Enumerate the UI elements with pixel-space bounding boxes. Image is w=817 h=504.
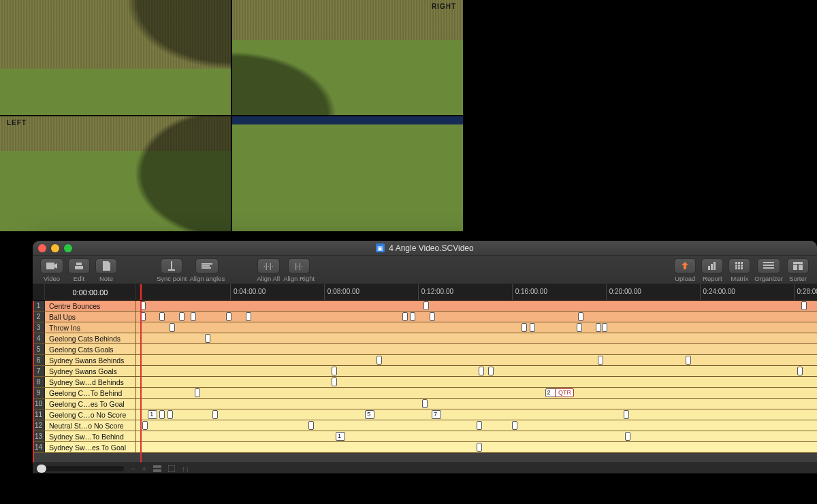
timeline-clip[interactable] bbox=[167, 410, 173, 419]
timeline-clip[interactable] bbox=[422, 399, 428, 408]
timeline-clip[interactable] bbox=[430, 312, 435, 321]
timeline-clip[interactable] bbox=[423, 301, 429, 310]
timeline-clip[interactable] bbox=[522, 323, 527, 332]
timeline-clip[interactable] bbox=[246, 312, 251, 321]
timeline-clip[interactable] bbox=[212, 410, 218, 419]
row-lane[interactable] bbox=[136, 344, 817, 354]
timeline-row[interactable]: 7Sydney Swans Goals bbox=[33, 366, 817, 377]
align-right-button[interactable]: |·|· Align Right bbox=[283, 258, 315, 282]
timeline-clip[interactable] bbox=[377, 356, 382, 365]
row-lane[interactable]: 157 bbox=[136, 409, 817, 420]
row-lane[interactable] bbox=[136, 301, 817, 311]
timeline-clip[interactable] bbox=[191, 312, 196, 321]
align-all-button[interactable]: ·|·|· Align All bbox=[256, 258, 281, 282]
playhead[interactable] bbox=[140, 284, 142, 300]
row-lane[interactable] bbox=[136, 366, 817, 376]
timeline-clip[interactable]: 1 bbox=[148, 410, 157, 419]
timeline-clip[interactable] bbox=[477, 443, 482, 452]
timeline-clip[interactable] bbox=[195, 388, 200, 397]
add-row-icon[interactable] bbox=[153, 465, 161, 472]
timeline-clip[interactable] bbox=[624, 410, 629, 419]
matrix-button[interactable]: Matrix bbox=[727, 258, 752, 282]
timeline-clip[interactable] bbox=[308, 421, 314, 430]
report-button[interactable]: Report bbox=[700, 258, 724, 282]
timeline-clip[interactable] bbox=[797, 367, 803, 375]
timeline-clip[interactable]: 1 bbox=[336, 432, 345, 441]
minimize-window-button[interactable] bbox=[51, 244, 59, 252]
timeline-clip[interactable] bbox=[142, 421, 148, 430]
row-name[interactable]: Geelong C…es To Goal bbox=[45, 399, 136, 409]
timeline-ruler[interactable]: 0:00:00.00 0:04:00.000:08:00.000:12:00.0… bbox=[33, 284, 817, 301]
zoom-slider[interactable] bbox=[37, 466, 124, 471]
timeline-row[interactable]: 2Ball Ups bbox=[33, 312, 817, 322]
row-name[interactable]: Sydney Sw…es To Goal bbox=[45, 442, 136, 452]
video-angle-top-right[interactable]: RIGHT bbox=[232, 0, 463, 115]
timeline-clip[interactable] bbox=[159, 410, 165, 419]
timeline-clip[interactable] bbox=[598, 356, 603, 365]
timeline-row[interactable]: 3Throw Ins bbox=[33, 322, 817, 333]
timeline-clip[interactable] bbox=[179, 312, 185, 321]
row-name[interactable]: Geelong Cats Goals bbox=[45, 344, 136, 354]
row-lane[interactable] bbox=[136, 377, 817, 387]
timeline-clip[interactable] bbox=[170, 323, 175, 332]
timeline-clip[interactable] bbox=[140, 301, 146, 310]
row-name[interactable]: Sydney Sw…d Behinds bbox=[45, 377, 136, 387]
row-lane[interactable] bbox=[136, 420, 817, 431]
timeline-clip[interactable] bbox=[578, 312, 583, 321]
timeline-clip[interactable] bbox=[530, 323, 535, 332]
upload-button[interactable]: Upload bbox=[673, 258, 697, 282]
timeline-row[interactable]: 4Geelong Cats Behinds bbox=[33, 333, 817, 344]
timeline-clip[interactable] bbox=[332, 377, 337, 386]
timeline-clip[interactable] bbox=[205, 334, 210, 343]
timeline-row[interactable]: 5Geelong Cats Goals bbox=[33, 344, 817, 355]
timeline-clip[interactable] bbox=[332, 367, 337, 375]
edit-button[interactable]: Edit bbox=[67, 258, 91, 282]
timeline-clip[interactable] bbox=[402, 312, 408, 321]
timeline-clip[interactable] bbox=[625, 432, 630, 441]
row-name[interactable]: Sydney Sw…To Behind bbox=[45, 431, 136, 441]
timeline-clip[interactable]: 5 bbox=[365, 410, 374, 419]
align-angles-button[interactable]: Align angles bbox=[189, 258, 225, 282]
row-name[interactable]: Geelong C…o No Score bbox=[45, 409, 136, 420]
timeline-row[interactable]: 13Sydney Sw…To Behind1 bbox=[33, 431, 817, 442]
timeline-row[interactable]: 6Sydney Swans Behinds bbox=[33, 355, 817, 366]
video-angle-top-left[interactable] bbox=[0, 0, 231, 115]
timeline-clip[interactable] bbox=[226, 312, 231, 321]
row-name[interactable]: Sydney Swans Behinds bbox=[45, 355, 136, 365]
row-lane[interactable] bbox=[136, 399, 817, 409]
timeline-row[interactable]: 8Sydney Sw…d Behinds bbox=[33, 377, 817, 388]
plus-icon[interactable]: + bbox=[142, 465, 146, 473]
close-window-button[interactable] bbox=[38, 244, 46, 252]
row-name[interactable]: Ball Ups bbox=[45, 312, 136, 322]
timeline-clip[interactable] bbox=[488, 367, 494, 375]
row-lane[interactable] bbox=[136, 333, 817, 343]
timeline-row[interactable]: 14Sydney Sw…es To Goal bbox=[33, 442, 817, 453]
timeline-clip[interactable] bbox=[410, 312, 415, 321]
timeline-row[interactable]: 10Geelong C…es To Goal bbox=[33, 399, 817, 409]
tag-icon[interactable] bbox=[168, 465, 175, 472]
organizer-button[interactable]: Organizer bbox=[754, 258, 783, 282]
note-button[interactable]: Note bbox=[94, 258, 118, 282]
timeline-row[interactable]: 11Geelong C…o No Score157 bbox=[33, 409, 817, 420]
timeline-clip[interactable] bbox=[477, 421, 482, 430]
timeline-clip[interactable] bbox=[512, 421, 517, 430]
row-name[interactable]: Throw Ins bbox=[45, 322, 136, 333]
row-lane[interactable]: 1 bbox=[136, 431, 817, 441]
row-name[interactable]: Geelong C…To Behind bbox=[45, 388, 136, 398]
video-button[interactable]: Video bbox=[39, 258, 64, 282]
timeline-clip[interactable] bbox=[686, 356, 691, 365]
video-angle-bottom-right[interactable] bbox=[232, 116, 463, 231]
timeline-row[interactable]: 9Geelong C…To Behind2QTR bbox=[33, 388, 817, 399]
row-name[interactable]: Neutral St…o No Score bbox=[45, 420, 136, 431]
zoom-window-button[interactable] bbox=[64, 244, 72, 252]
timeline-clip[interactable] bbox=[602, 323, 607, 332]
timeline-clip[interactable]: 7 bbox=[432, 410, 441, 419]
row-name[interactable]: Geelong Cats Behinds bbox=[45, 333, 136, 343]
row-lane[interactable] bbox=[136, 312, 817, 322]
sync-point-button[interactable]: Sync point bbox=[157, 258, 187, 282]
video-angle-bottom-left[interactable]: LEFT bbox=[0, 116, 231, 231]
timeline-clip[interactable] bbox=[159, 312, 165, 321]
row-lane[interactable]: 2QTR bbox=[136, 388, 817, 398]
row-lane[interactable] bbox=[136, 442, 817, 452]
timeline-clip[interactable] bbox=[479, 367, 484, 375]
